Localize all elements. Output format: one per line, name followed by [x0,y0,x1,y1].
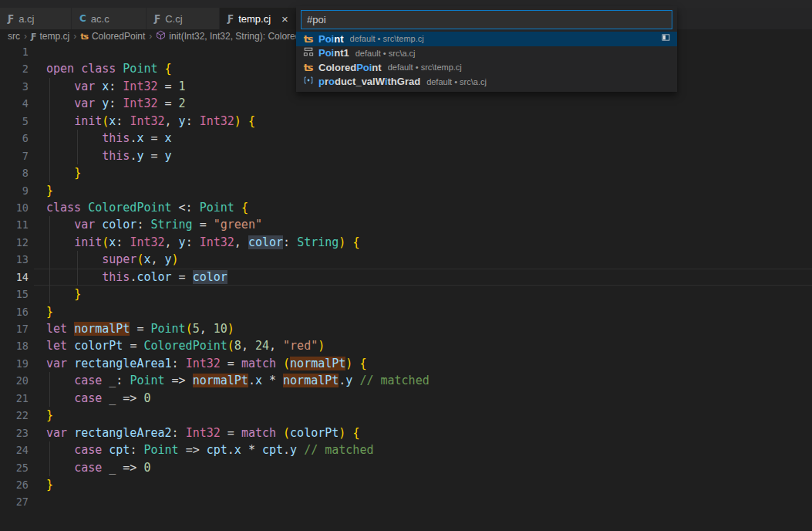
result-description: default • src\a.cj [426,77,671,86]
code-line[interactable]: 24 case cpt: Point => cpt.x * cpt.y // m… [0,441,812,458]
result-label: product_valWithGrad [318,76,420,87]
line-number[interactable]: 26 [0,476,29,493]
code-text: } [46,182,53,199]
line-number[interactable]: 7 [0,147,29,164]
code-text: init(x: Int32, y: Int32, color: String) … [46,234,359,251]
line-number[interactable]: 6 [0,130,29,147]
line-number[interactable]: 4 [0,95,29,112]
code-line[interactable]: 23var rectangleArea2: Int32 = match (col… [0,424,812,441]
code-text: case _ => 0 [46,390,150,407]
code-line[interactable]: 12 init(x: Int32, y: Int32, color: Strin… [0,234,812,251]
line-number[interactable]: 9 [0,182,29,199]
code-text: } [46,303,53,320]
breadcrumb-label: ColoredPoint [92,31,145,42]
struct-icon [303,46,314,59]
code-text: let normalPt = Point(5, 10) [46,320,234,337]
code-line[interactable]: 13 super(x, y) [0,251,812,268]
line-number[interactable]: 22 [0,407,29,424]
class-icon: ʦ [304,62,314,73]
line-number[interactable]: 18 [0,337,29,354]
code-line[interactable]: 16} [0,303,812,320]
close-icon[interactable]: × [281,13,288,25]
tab-a.cj[interactable]: Ƒa.cj [0,8,72,29]
line-number[interactable]: 8 [0,164,29,181]
result-description: default • src\a.cj [355,49,671,58]
code-line[interactable]: 21 case _ => 0 [0,390,812,407]
code-text: } [46,476,53,493]
cj-file-icon: Ƒ [227,13,234,24]
line-number[interactable]: 14 [0,269,29,286]
code-line[interactable]: 17let normalPt = Point(5, 10) [0,320,812,337]
quick-open-result[interactable]: product_valWithGraddefault • src\a.cj [296,75,677,90]
line-number[interactable]: 15 [0,286,29,303]
code-text: var rectangleArea1: Int32 = match (norma… [46,355,366,372]
line-number[interactable]: 3 [0,78,29,95]
line-number[interactable]: 20 [0,372,29,389]
code-line[interactable]: 15 } [0,286,812,303]
code-line[interactable]: 25 case _ => 0 [0,459,812,476]
cj-file-icon: Ƒ [154,13,160,24]
tab-label: temp.cj [238,13,271,25]
breadcrumb-item[interactable]: src [8,31,20,42]
line-number[interactable]: 12 [0,234,29,251]
open-to-side-button[interactable] [661,32,671,45]
result-label: Point [318,33,344,45]
line-number[interactable]: 10 [0,199,29,216]
line-number[interactable]: 21 [0,390,29,407]
code-text: case cpt: Point => cpt.x * cpt.y // matc… [46,441,373,458]
code-line[interactable]: 10class ColoredPoint <: Point { [0,199,812,216]
code-line[interactable]: 20 case _: Point => normalPt.x * normalP… [0,372,812,389]
tab-ac.c[interactable]: Cac.c [72,8,147,29]
quick-open-result[interactable]: ʦColoredPointdefault • src\temp.cj [296,60,677,75]
line-number[interactable]: 23 [0,424,29,441]
code-line[interactable]: 8 } [0,164,812,181]
code-line[interactable]: 18let colorPt = ColoredPoint(8, 24, "red… [0,337,812,354]
code-line[interactable]: 5 init(x: Int32, y: Int32) { [0,113,812,130]
code-text: var rectangleArea2: Int32 = match (color… [46,424,359,441]
line-number[interactable]: 19 [0,355,29,372]
quick-open-results: ʦPointdefault • src\temp.cjPoint1default… [296,32,677,89]
code-text: this.x = x [46,130,172,147]
line-number[interactable]: 24 [0,441,29,458]
line-number[interactable]: 17 [0,320,29,337]
breadcrumb-item[interactable]: Ƒtemp.cj [31,31,69,42]
tab-label: a.cj [19,13,34,25]
line-number[interactable]: 27 [0,493,29,510]
line-number[interactable]: 2 [0,60,29,77]
code-line[interactable]: 26} [0,476,812,493]
breadcrumb-item[interactable]: ʦColoredPoint [80,31,145,42]
line-number[interactable]: 5 [0,113,29,130]
code-line[interactable]: 7 this.y = y [0,147,812,164]
variable-icon [303,75,314,88]
line-number[interactable]: 25 [0,459,29,476]
code-line[interactable]: 22} [0,407,812,424]
code-text: case _ => 0 [46,459,150,476]
quick-open-result[interactable]: ʦPointdefault • src\temp.cj [296,32,677,46]
code-text: this.y = y [46,147,172,164]
code-line[interactable]: 27 [0,493,812,510]
code-editor[interactable]: 12open class Point {3 var x: Int32 = 14 … [0,43,812,531]
quick-open-result[interactable]: Point1default • src\a.cj [296,46,677,61]
tab-C.cj[interactable]: ƑC.cj [147,8,220,29]
result-label: ColoredPoint [318,62,382,73]
result-label: Point1 [318,47,349,59]
quick-open-input[interactable] [301,10,672,29]
line-number[interactable]: 11 [0,216,29,233]
code-text: var y: Int32 = 2 [46,95,186,112]
code-text: init(x: Int32, y: Int32) { [46,113,255,130]
code-line[interactable]: 14 this.color = color [0,269,812,286]
line-number[interactable]: 13 [0,251,29,268]
code-line[interactable]: 4 var y: Int32 = 2 [0,95,812,112]
tab-temp.cj[interactable]: Ƒtemp.cj× [220,8,297,29]
code-text: var color: String = "green" [46,216,262,233]
line-number[interactable]: 1 [0,43,29,60]
line-number[interactable]: 16 [0,303,29,320]
code-line[interactable]: 9} [0,182,812,199]
code-text: this.color = color [46,269,227,286]
code-text: } [46,286,81,303]
code-line[interactable]: 19var rectangleArea1: Int32 = match (nor… [0,355,812,372]
code-text: open class Point { [46,60,172,77]
code-line[interactable]: 11 var color: String = "green" [0,216,812,233]
code-text: class ColoredPoint <: Point { [46,199,248,216]
code-line[interactable]: 6 this.x = x [0,130,812,147]
